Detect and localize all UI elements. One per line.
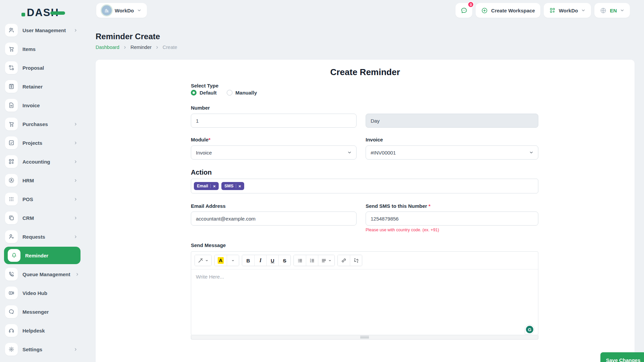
chevron-right-icon xyxy=(73,28,78,33)
sidebar-item-pos[interactable]: POS xyxy=(0,190,87,208)
radio-option-manually[interactable]: Manually xyxy=(227,90,257,96)
chevron-down-icon xyxy=(347,150,352,155)
radio-unselected-icon[interactable] xyxy=(227,90,232,96)
align-left-button[interactable] xyxy=(318,255,334,266)
chevron-right-icon xyxy=(73,197,78,201)
sidebar-item-video-hub[interactable]: Video Hub xyxy=(0,284,87,302)
dash-logo[interactable]: DASH xyxy=(21,6,65,19)
sms-number-input[interactable] xyxy=(366,212,538,226)
sidebar-item-crm[interactable]: CRM xyxy=(0,208,87,227)
sidebar-item-items[interactable]: Items xyxy=(0,40,87,58)
chevron-right-icon xyxy=(73,216,78,220)
messages-badge: 0 xyxy=(468,1,474,8)
editor-resize-handle[interactable] xyxy=(191,335,538,340)
editor-placeholder: Write Here... xyxy=(196,274,533,280)
required-marker: * xyxy=(209,137,211,142)
chevron-down-icon xyxy=(529,150,534,155)
remove-tag-icon[interactable]: × xyxy=(238,184,241,188)
list-ul-button[interactable] xyxy=(294,255,306,266)
bold-button[interactable]: B xyxy=(242,255,254,266)
sidebar-item-helpdesk[interactable]: Helpdesk xyxy=(0,321,87,340)
sidebar-item-reminder[interactable]: Reminder xyxy=(4,247,80,264)
sidebar-item-projects[interactable]: Projects xyxy=(0,133,87,152)
caret-only-button[interactable] xyxy=(227,255,239,266)
workspace-avatar-building-icon xyxy=(102,5,112,15)
sidebar-item-settings[interactable]: Settings xyxy=(0,340,87,359)
invoice-icon xyxy=(5,99,18,112)
bell-icon xyxy=(8,249,20,262)
sms-hint: Please use with country code. (ex. +91) xyxy=(366,228,439,232)
number-label: Number xyxy=(191,105,210,111)
rich-text-editor: A B I U S 123 Write Here... G xyxy=(191,251,538,335)
create-workspace-label: Create Workspace xyxy=(491,8,535,13)
save-changes-button[interactable]: Save Changes xyxy=(600,352,644,362)
users-icon xyxy=(5,24,18,37)
font-color-button[interactable]: A xyxy=(215,255,227,266)
page-title: Reminder Create xyxy=(96,32,160,41)
italic-button[interactable]: I xyxy=(254,255,266,266)
email-input[interactable] xyxy=(191,212,357,226)
chevron-right-icon xyxy=(155,45,159,50)
list-ol-button[interactable]: 123 xyxy=(306,255,318,266)
underline-button[interactable]: U xyxy=(266,255,278,266)
remove-tag-icon[interactable]: × xyxy=(213,184,216,188)
logo-dash-bar xyxy=(50,11,65,15)
phone-icon xyxy=(5,268,18,281)
grammarly-icon[interactable]: G xyxy=(525,324,535,335)
sidebar-item-invoice[interactable]: Invoice xyxy=(0,96,87,115)
grid-plus-icon xyxy=(5,155,18,168)
action-heading: Action xyxy=(191,169,212,176)
breadcrumb-item: Create xyxy=(163,45,177,50)
create-workspace-button[interactable]: Create Workspace xyxy=(476,3,540,18)
link-button[interactable] xyxy=(338,255,350,266)
module-select[interactable]: Invoice xyxy=(191,145,357,160)
send-message-label: Send Message xyxy=(191,242,226,248)
unlink-button[interactable] xyxy=(350,255,362,266)
plus-circle-icon xyxy=(481,7,488,14)
sidebar-item-hrm[interactable]: HRM xyxy=(0,171,87,190)
module-label: Module* xyxy=(191,137,210,142)
number-input[interactable] xyxy=(191,114,357,128)
workspace-switcher[interactable]: WorkDo xyxy=(96,3,147,18)
headset-icon xyxy=(5,324,18,337)
sidebar-item-retainer[interactable]: Retainer xyxy=(0,77,87,96)
app-switcher-label: WorkDo xyxy=(559,8,578,13)
required-marker: * xyxy=(429,203,431,209)
messages-button[interactable]: 0 xyxy=(455,3,472,18)
sidebar-item-requests[interactable]: Requests xyxy=(0,227,87,246)
sidebar-item-accounting[interactable]: Accounting xyxy=(0,152,87,171)
module-value: Invoice xyxy=(196,150,212,156)
editor-text-area[interactable]: Write Here... G xyxy=(191,269,538,338)
chevron-down-icon xyxy=(620,8,625,13)
radio-option-default[interactable]: Default xyxy=(191,90,217,96)
sidebar-item-queue-management[interactable]: Queue Management xyxy=(0,265,87,284)
invoice-select[interactable]: #INV00001 xyxy=(366,145,538,160)
copy-icon xyxy=(5,212,18,224)
chevron-right-icon xyxy=(73,141,78,145)
chevron-right-icon xyxy=(73,122,78,126)
language-switcher[interactable]: EN xyxy=(594,3,630,18)
language-label: EN xyxy=(610,8,617,13)
invoice-label: Invoice xyxy=(366,137,383,142)
radio-selected-icon[interactable] xyxy=(191,90,197,96)
magic-wand-button[interactable] xyxy=(195,255,211,266)
breadcrumb: DashboardReminderCreate xyxy=(96,45,177,50)
sidebar-item-user-management[interactable]: User Management xyxy=(0,21,87,40)
breadcrumb-item[interactable]: Dashboard xyxy=(96,45,119,50)
app-switcher[interactable]: WorkDo xyxy=(544,3,591,18)
user-plus-icon xyxy=(5,230,18,243)
chevron-right-icon xyxy=(73,235,78,239)
sidebar-item-proposal[interactable]: Proposal xyxy=(0,58,87,77)
strikethrough-button[interactable]: S xyxy=(278,255,290,266)
action-tag-sms: SMS × xyxy=(221,182,244,190)
sidebar-item-messenger[interactable]: Messenger xyxy=(0,302,87,321)
hrm-icon xyxy=(5,174,18,187)
cart-icon xyxy=(5,43,18,55)
svg-text:3: 3 xyxy=(310,261,311,263)
sidebar-item-purchases[interactable]: Purchases xyxy=(0,115,87,133)
chevron-right-icon xyxy=(123,45,127,50)
create-reminder-card: Create Reminder Select Type Default Manu… xyxy=(96,60,635,362)
action-tag-email: Email × xyxy=(194,182,219,190)
action-tags-input[interactable]: Email × SMS × xyxy=(191,179,538,193)
form-title: Create Reminder xyxy=(96,67,635,77)
